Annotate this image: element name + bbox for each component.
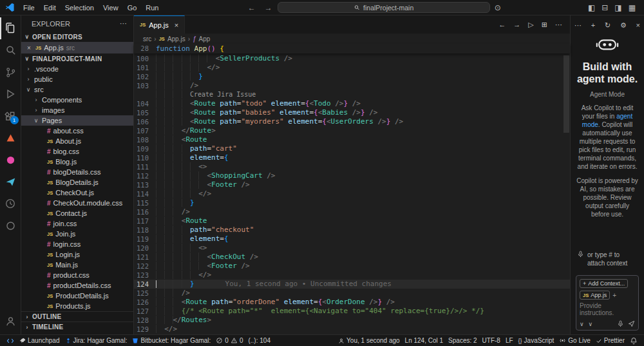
sticky-scroll-line[interactable]: 28 function App() { bbox=[134, 44, 570, 53]
folder-components[interactable]: ›Components bbox=[21, 95, 133, 105]
customize-layout-icon[interactable]: ▦ bbox=[625, 3, 639, 12]
code-line[interactable]: 124 }You, 1 second ago • Uncommitted cha… bbox=[134, 280, 570, 289]
code-line[interactable]: 110 element={ bbox=[134, 153, 570, 162]
code-line[interactable]: 108 <Route bbox=[134, 135, 570, 144]
code-line[interactable]: 101 </> bbox=[134, 63, 570, 72]
breadcrumb-src[interactable]: src bbox=[143, 35, 151, 43]
status-cursor-position[interactable]: Ln 124, Col 1 bbox=[402, 335, 446, 346]
chat-input-placeholder[interactable]: Provide instructions. bbox=[580, 302, 635, 316]
model-dropdown[interactable]: ∨ bbox=[589, 321, 593, 327]
editor-scrollbar[interactable] bbox=[564, 55, 569, 133]
activitybar-circle-extension-icon[interactable] bbox=[0, 215, 21, 236]
file-join-js[interactable]: JSJoin.js bbox=[21, 229, 133, 239]
code-line[interactable]: 122 <Footer /> bbox=[134, 262, 570, 271]
code-line[interactable]: 119 element={ bbox=[134, 235, 570, 244]
file-login-css[interactable]: #login.css bbox=[21, 239, 133, 249]
code-line[interactable]: 105 <Route path="babies" element={<Babie… bbox=[134, 108, 570, 117]
open-editor-item[interactable]: ×JSApp.jssrc bbox=[21, 42, 133, 53]
menu-view[interactable]: View bbox=[99, 3, 123, 13]
menu-edit[interactable]: Edit bbox=[39, 3, 61, 13]
file-products-js[interactable]: JSProducts.js bbox=[21, 301, 133, 311]
new-chat-icon[interactable]: + bbox=[591, 21, 595, 29]
copilot-chat-input[interactable]: +Add Context... JSApp.js + Provide instr… bbox=[576, 275, 639, 331]
menu-selection[interactable]: Selection bbox=[61, 3, 99, 13]
activitybar-account-icon[interactable] bbox=[0, 310, 21, 332]
file-about-js[interactable]: JSAbout.js bbox=[21, 136, 133, 146]
code-line[interactable]: 106 <Route path="myorders" element={<Use… bbox=[134, 117, 570, 126]
code-line[interactable]: 120 <> bbox=[134, 244, 570, 253]
status-counter[interactable]: (..): 104 bbox=[245, 335, 272, 346]
status-launchpad[interactable]: Launchpad bbox=[17, 335, 62, 346]
file-blogdetails-js[interactable]: JSBlogDetails.js bbox=[21, 177, 133, 187]
file-checkout-module-css[interactable]: #CheckOut.module.css bbox=[21, 198, 133, 208]
toggle-panel-icon[interactable]: ⊟ bbox=[598, 3, 611, 12]
mic-icon[interactable] bbox=[617, 320, 624, 327]
activitybar-source-control-icon[interactable] bbox=[0, 61, 21, 83]
file-login-js[interactable]: JSLogin.js bbox=[21, 249, 133, 260]
code-line[interactable]: 111 <> bbox=[134, 162, 570, 171]
context-file-chip[interactable]: JSApp.js bbox=[580, 291, 610, 300]
send-icon[interactable] bbox=[628, 320, 635, 327]
activitybar-clock-extension-icon[interactable] bbox=[0, 193, 21, 215]
code-line[interactable]: 103 /> bbox=[134, 81, 570, 90]
file-productdetails-js[interactable]: JSProductDetails.js bbox=[21, 291, 133, 301]
open-editors-header[interactable]: ∨ OPEN EDITORS bbox=[21, 32, 133, 42]
file-about-css[interactable]: #about.css bbox=[21, 126, 133, 136]
status-eol[interactable]: LF bbox=[503, 335, 516, 346]
activitybar-explorer-icon[interactable] bbox=[0, 17, 21, 39]
code-line[interactable]: 129 </> bbox=[134, 325, 570, 334]
project-header[interactable]: ∨ FINALPROJECT-MAIN bbox=[21, 53, 133, 64]
code-line[interactable]: 123 </> bbox=[134, 271, 570, 280]
file-blog-css[interactable]: #blog.css bbox=[21, 146, 133, 157]
plus-icon[interactable]: + bbox=[612, 292, 616, 299]
code-line[interactable]: 125 /> bbox=[134, 289, 570, 298]
status-git-blame[interactable]: You, 1 second ago bbox=[336, 335, 402, 346]
folder-public[interactable]: ›public bbox=[21, 74, 133, 84]
status-encoding[interactable]: UTF-8 bbox=[480, 335, 503, 346]
status-remote[interactable] bbox=[4, 335, 17, 346]
code-line[interactable]: 100 <SellerProducts /> bbox=[134, 54, 570, 63]
file-blogdetails-css[interactable]: #blogDetails.css bbox=[21, 167, 133, 177]
code-line[interactable]: 112 <ShoppingCart /> bbox=[134, 171, 570, 180]
folder-images[interactable]: ›images bbox=[21, 105, 133, 115]
nav-back-icon[interactable]: ← bbox=[244, 3, 260, 12]
copilot-titlebar-icon[interactable]: ⊙ bbox=[491, 3, 504, 12]
close-panel-icon[interactable]: × bbox=[636, 21, 640, 29]
timeline-header[interactable]: › TIMELINE bbox=[21, 322, 133, 332]
activitybar-run-and-debug-icon[interactable] bbox=[0, 83, 21, 105]
status-notifications[interactable] bbox=[627, 335, 640, 346]
nav-forward-icon[interactable]: → bbox=[261, 3, 276, 12]
folder-pages[interactable]: ∨Pages bbox=[21, 115, 133, 126]
menu-file[interactable]: File bbox=[19, 3, 39, 13]
status-indentation[interactable]: Spaces: 2 bbox=[446, 335, 479, 346]
code-line[interactable]: 116 /> bbox=[134, 207, 570, 216]
status-prettier[interactable]: Prettier bbox=[593, 335, 627, 346]
add-context-button[interactable]: +Add Context... bbox=[580, 279, 628, 288]
activitybar-search-icon[interactable] bbox=[0, 39, 21, 61]
code-line[interactable]: 102 } bbox=[134, 72, 570, 81]
status-problems[interactable]: 00 bbox=[213, 335, 245, 346]
folder--vscode[interactable]: ›.vscode bbox=[21, 64, 133, 74]
command-center-search[interactable]: finalProject-main bbox=[278, 2, 490, 13]
file-product-css[interactable]: #product.css bbox=[21, 270, 133, 280]
file-checkout-js[interactable]: JSCheckOut.js bbox=[21, 187, 133, 198]
close-icon[interactable]: × bbox=[175, 21, 178, 29]
status-language[interactable]: {}JavaScript bbox=[516, 335, 557, 346]
code-line[interactable]: 109 path="cart" bbox=[134, 144, 570, 153]
breadcrumb-app[interactable]: App bbox=[199, 35, 211, 43]
codelens-link[interactable]: Create Jira Issue bbox=[190, 91, 256, 98]
status-jira[interactable]: Jira: Hagar Gamal: bbox=[62, 335, 130, 346]
code-line[interactable]: 127 {/* <Route path="*" element={<Naviga… bbox=[134, 307, 570, 316]
code-line[interactable]: 104 <Route path="todo" element={<Todo />… bbox=[134, 99, 570, 108]
nav-forward-icon[interactable]: → bbox=[513, 21, 520, 28]
folder-src[interactable]: ∨src bbox=[21, 84, 133, 95]
code-area[interactable]: 100 <SellerProducts />101 </>102 }103 />… bbox=[134, 53, 570, 334]
status-go-live[interactable]: Go Live bbox=[556, 335, 592, 346]
file-main-js[interactable]: JSMain.js bbox=[21, 260, 133, 270]
nav-back-icon[interactable]: ← bbox=[498, 21, 506, 28]
more-actions-icon[interactable]: ⋯ bbox=[120, 19, 127, 28]
mode-dropdown[interactable]: ∨ bbox=[580, 321, 584, 327]
more-actions-icon[interactable]: ⋯ bbox=[555, 21, 562, 29]
code-line[interactable]: 128 </Routes> bbox=[134, 316, 570, 325]
close-icon[interactable]: × bbox=[25, 44, 33, 52]
